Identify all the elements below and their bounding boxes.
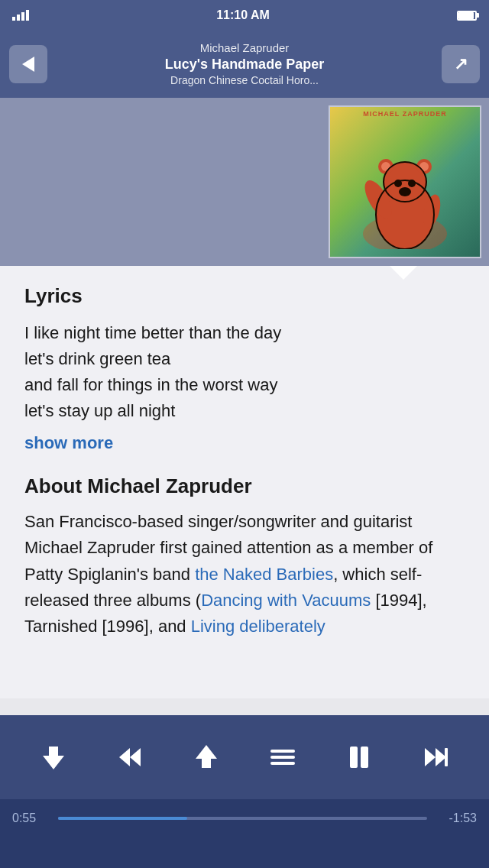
svg-rect-17 — [270, 756, 295, 759]
lyrics-line-2: let's drink green tea — [24, 349, 170, 368]
album-bear-illustration — [363, 150, 447, 249]
skip-forward-button[interactable] — [419, 740, 452, 774]
svg-rect-18 — [270, 762, 295, 765]
living-deliberately-link[interactable]: Living deliberately — [191, 617, 325, 636]
svg-point-5 — [381, 162, 390, 171]
progress-track[interactable] — [58, 817, 427, 820]
external-button[interactable]: ↗ — [442, 45, 480, 83]
menu-button[interactable] — [266, 740, 300, 774]
thumbs-down-icon — [37, 740, 70, 774]
status-right — [457, 11, 477, 21]
naked-barbies-link[interactable]: the Naked Barbies — [195, 565, 333, 584]
album-area: MICHAEL ZAPRUDER — [0, 98, 489, 266]
nav-bar: Michael Zapruder Lucy's Handmade Paper D… — [0, 31, 489, 98]
pause-icon — [342, 740, 376, 774]
thumbs-up-button[interactable] — [189, 740, 223, 774]
about-text: San Francisco-based singer/songwriter an… — [24, 509, 465, 639]
lyrics-line-4: let's stay up all night — [24, 401, 175, 420]
nav-album: Dragon Chinese Coctail Horo... — [47, 73, 442, 87]
nav-title-block: Michael Zapruder Lucy's Handmade Paper D… — [47, 40, 442, 87]
lyrics-text: I like night time better than the day le… — [24, 320, 465, 424]
album-art: MICHAEL ZAPRUDER — [329, 105, 481, 258]
battery-icon — [457, 11, 477, 21]
svg-rect-16 — [270, 750, 295, 753]
svg-marker-22 — [436, 748, 446, 766]
player-controls — [0, 715, 489, 799]
show-more-button[interactable]: show more — [24, 433, 113, 453]
status-bar: 11:10 AM — [0, 0, 489, 31]
svg-rect-19 — [350, 747, 358, 768]
svg-marker-21 — [425, 748, 436, 766]
skip-back-button[interactable] — [113, 740, 147, 774]
pause-button[interactable] — [342, 740, 376, 774]
remaining-time: -1:53 — [435, 811, 477, 825]
thumbs-up-icon — [189, 740, 223, 774]
album-art-label: MICHAEL ZAPRUDER — [330, 110, 480, 118]
current-time: 0:55 — [12, 811, 50, 825]
content-area: Lyrics I like night time better than the… — [0, 266, 489, 698]
dancing-vacuums-link[interactable]: Dancing with Vacuums — [201, 591, 371, 610]
external-link-icon: ↗ — [454, 56, 468, 73]
svg-rect-23 — [445, 748, 448, 766]
lyrics-line-1: I like night time better than the day — [24, 323, 281, 342]
svg-marker-14 — [119, 748, 130, 766]
signal-icon — [12, 10, 29, 21]
menu-icon — [266, 740, 300, 774]
back-arrow-icon — [22, 57, 34, 72]
lyrics-line-3: and fall for things in the worst way — [24, 375, 277, 394]
skip-back-icon — [113, 740, 147, 774]
status-left — [12, 10, 29, 21]
status-time: 11:10 AM — [216, 8, 270, 22]
back-button[interactable] — [9, 45, 47, 83]
album-art-pointer — [390, 266, 417, 280]
progress-fill — [58, 817, 187, 820]
svg-marker-15 — [130, 748, 141, 766]
svg-point-6 — [419, 162, 429, 171]
nav-artist: Michael Zapruder — [47, 40, 442, 56]
svg-rect-20 — [361, 747, 368, 768]
nav-song-title: Lucy's Handmade Paper — [47, 56, 442, 73]
progress-bar-area: 0:55 -1:53 — [0, 799, 489, 837]
svg-point-9 — [399, 187, 411, 196]
about-section-title: About Michael Zapruder — [24, 474, 465, 498]
bottom-bar — [0, 837, 489, 868]
skip-forward-icon — [419, 740, 452, 774]
thumbs-down-button[interactable] — [37, 740, 70, 774]
lyrics-section-title: Lyrics — [24, 284, 465, 308]
